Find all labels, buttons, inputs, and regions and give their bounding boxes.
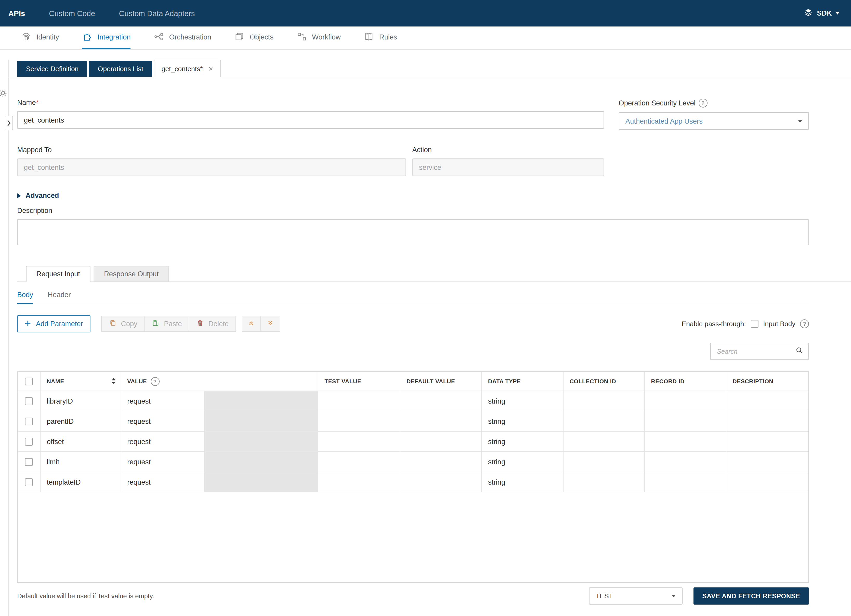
row-checkbox[interactable] (25, 438, 33, 445)
action-input (412, 159, 604, 176)
body-header-tabstrip: Body Header (17, 291, 809, 304)
tab-operations-list[interactable]: Operations List (89, 61, 152, 77)
nav-item-workflow[interactable]: Workflow (296, 27, 341, 49)
nav-item-rules[interactable]: Rules (364, 27, 397, 49)
copy-button[interactable]: Copy (101, 316, 145, 332)
nav-label: Integration (98, 33, 131, 41)
move-up-button[interactable] (242, 316, 261, 332)
test-value-cell[interactable] (318, 452, 400, 472)
default-value-cell[interactable] (400, 391, 482, 411)
data-type-cell[interactable]: string (482, 472, 564, 492)
move-down-button[interactable] (261, 316, 280, 332)
test-value-cell[interactable] (318, 411, 400, 431)
paste-icon (152, 319, 160, 329)
nav-item-orchestration[interactable]: Orchestration (153, 27, 211, 49)
tab-body[interactable]: Body (17, 291, 33, 304)
description-cell[interactable] (726, 391, 808, 411)
default-value-cell[interactable] (400, 472, 482, 492)
test-value-cell[interactable] (318, 472, 400, 492)
workflow-icon (296, 31, 307, 43)
expand-panel-button[interactable] (5, 116, 13, 130)
add-parameter-button[interactable]: Add Parameter (17, 315, 90, 333)
tab-operation-get-contents[interactable]: get_contents* (153, 60, 221, 77)
record-id-cell[interactable] (645, 472, 726, 492)
security-level-select[interactable]: Authenticated App Users (619, 112, 809, 130)
tab-header[interactable]: Header (48, 291, 71, 304)
default-value-cell[interactable] (400, 432, 482, 451)
table-header-row: NAME VALUE TEST VALUE DEFAULT VALUE DATA… (18, 372, 808, 391)
advanced-toggle[interactable]: Advanced (17, 192, 809, 199)
tab-request-input[interactable]: Request Input (26, 266, 90, 282)
record-id-cell[interactable] (645, 411, 726, 431)
param-name-cell[interactable]: offset (41, 432, 121, 451)
content: Service Definition Operations List get_c… (8, 60, 851, 605)
param-name-cell[interactable]: limit (41, 452, 121, 472)
operation-tab-label: get_contents* (161, 64, 203, 72)
gear-icon[interactable] (0, 89, 7, 100)
param-name-cell[interactable]: libraryID (41, 391, 121, 411)
record-id-cell[interactable] (645, 391, 726, 411)
nav-item-integration[interactable]: Integration (82, 27, 131, 49)
description-cell[interactable] (726, 472, 808, 492)
description-textarea[interactable] (17, 219, 809, 245)
name-input[interactable] (17, 111, 604, 129)
topbar-item-apis[interactable]: APIs (8, 9, 25, 17)
row-checkbox[interactable] (25, 397, 33, 405)
param-name-cell[interactable]: parentID (41, 411, 121, 431)
select-all-checkbox[interactable] (25, 377, 33, 385)
description-cell[interactable] (726, 452, 808, 472)
default-value-cell[interactable] (400, 452, 482, 472)
test-value-cell[interactable] (318, 432, 400, 451)
topbar-item-custom-data-adapters[interactable]: Custom Data Adapters (119, 9, 195, 17)
param-value-cell[interactable]: request (121, 432, 204, 451)
caret-down-icon (672, 595, 676, 597)
param-value-cell[interactable]: request (121, 472, 204, 492)
param-value-disabled-cell (204, 472, 318, 492)
collection-id-cell[interactable] (563, 472, 645, 492)
collection-id-cell[interactable] (563, 391, 645, 411)
description-cell[interactable] (726, 411, 808, 431)
test-value-cell[interactable] (318, 391, 400, 411)
save-and-fetch-button[interactable]: SAVE AND FETCH RESPONSE (693, 588, 809, 605)
collection-id-cell[interactable] (563, 452, 645, 472)
data-type-cell[interactable]: string (482, 411, 564, 431)
help-icon[interactable] (800, 319, 809, 328)
row-checkbox[interactable] (25, 417, 33, 425)
sort-icon[interactable] (111, 378, 116, 385)
input-body-checkbox[interactable] (751, 320, 758, 328)
param-name-cell[interactable]: templateID (41, 472, 121, 492)
search-input[interactable] (716, 347, 792, 355)
tab-service-definition[interactable]: Service Definition (17, 61, 87, 77)
tab-response-output[interactable]: Response Output (93, 266, 169, 282)
fingerprint-icon (21, 31, 32, 43)
pass-through-group: Enable pass-through: Input Body (682, 319, 809, 328)
environment-select[interactable]: TEST (589, 588, 683, 605)
record-id-cell[interactable] (645, 432, 726, 451)
topbar-item-custom-code[interactable]: Custom Code (49, 9, 95, 17)
row-checkbox[interactable] (25, 458, 33, 466)
close-icon[interactable] (209, 64, 213, 72)
collection-id-cell[interactable] (563, 432, 645, 451)
operation-tabstrip: Service Definition Operations List get_c… (8, 60, 851, 77)
description-cell[interactable] (726, 432, 808, 451)
data-type-cell[interactable]: string (482, 452, 564, 472)
data-type-cell[interactable]: string (482, 432, 564, 451)
param-value-cell[interactable]: request (121, 452, 204, 472)
help-icon[interactable] (699, 99, 708, 108)
delete-button[interactable]: Delete (189, 316, 236, 332)
mapped-action-row: Mapped To Action (17, 146, 809, 176)
nav-item-objects[interactable]: Objects (234, 27, 274, 49)
param-value-cell[interactable]: request (121, 391, 204, 411)
data-type-cell[interactable]: string (482, 391, 564, 411)
sdk-menu[interactable]: SDK (804, 8, 840, 19)
help-icon[interactable] (150, 377, 159, 386)
default-value-cell[interactable] (400, 411, 482, 431)
description-group: Description (17, 207, 809, 247)
paste-button[interactable]: Paste (145, 316, 189, 332)
nav-item-identity[interactable]: Identity (21, 27, 59, 49)
search-icon[interactable] (795, 346, 803, 356)
record-id-cell[interactable] (645, 452, 726, 472)
collection-id-cell[interactable] (563, 411, 645, 431)
row-checkbox[interactable] (25, 478, 33, 486)
param-value-cell[interactable]: request (121, 411, 204, 431)
